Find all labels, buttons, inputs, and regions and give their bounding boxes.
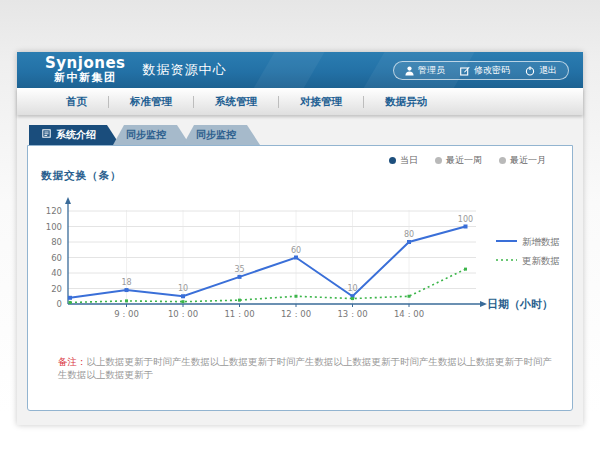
main-area: 系统介绍 同步监控 同步监控 当日 最近一周 [17, 115, 583, 425]
change-password-label: 修改密码 [474, 64, 510, 77]
power-icon [525, 66, 535, 76]
y-tick-label: 0 [57, 299, 62, 309]
data-point [464, 268, 467, 271]
tab-label: 系统介绍 [56, 125, 96, 145]
tab-label: 同步监控 [196, 125, 236, 145]
edit-icon [460, 66, 470, 76]
x-tick-label: 14：00 [394, 309, 424, 319]
footnote: 备注：以上数据更新于时间产生数据以上数据更新于时间产生数据以上数据更新于时间产生… [58, 355, 558, 382]
filter-last-month[interactable]: 最近一月 [499, 154, 546, 167]
logo-chinese: 新中新集团 [45, 72, 126, 84]
filter-label: 最近一周 [446, 154, 482, 167]
change-password-button[interactable]: 修改密码 [460, 64, 510, 77]
y-axis-arrow [65, 197, 71, 204]
data-point [351, 297, 354, 300]
point-label: 10 [178, 284, 188, 293]
legend-label-1: 更新数据 [522, 255, 560, 266]
data-point [182, 300, 185, 303]
data-point [68, 296, 72, 300]
logout-label: 退出 [539, 64, 557, 77]
tab-sync-monitor-1[interactable]: 同步监控 [113, 125, 190, 145]
filter-last-week[interactable]: 最近一周 [435, 154, 482, 167]
header-decoration [240, 52, 336, 88]
data-point [294, 256, 298, 260]
tab-system-intro[interactable]: 系统介绍 [29, 125, 120, 145]
x-tick-label: 9：00 [114, 309, 139, 319]
radio-dot-icon [389, 157, 396, 164]
filter-label: 当日 [400, 154, 418, 167]
nav-item-standard-management[interactable]: 标准管理 [109, 95, 193, 109]
y-tick-label: 80 [51, 237, 62, 247]
data-point [181, 294, 185, 298]
data-point [464, 225, 468, 229]
user-icon [405, 66, 414, 76]
x-tick-label: 10：00 [168, 309, 198, 319]
point-label: 100 [458, 215, 473, 224]
point-label: 35 [234, 265, 244, 274]
y-axis-title: 数据交换（条） [41, 169, 122, 183]
y-tick-label: 20 [51, 284, 62, 294]
nav-item-home[interactable]: 首页 [45, 95, 108, 109]
user-button[interactable]: 管理员 [405, 64, 445, 77]
x-tick-label: 11：00 [224, 309, 254, 319]
data-point [238, 275, 242, 279]
y-tick-label: 120 [46, 206, 62, 216]
filter-today[interactable]: 当日 [389, 154, 418, 167]
main-nav: 首页 标准管理 系统管理 对接管理 数据异动 [17, 88, 583, 115]
data-point [125, 288, 129, 292]
tab-sync-monitor-2[interactable]: 同步监控 [183, 125, 260, 145]
data-point [407, 240, 411, 244]
radio-dot-icon [499, 157, 506, 164]
x-tick-label: 12：00 [281, 309, 311, 319]
radio-dot-icon [435, 157, 442, 164]
x-tick-label: 13：00 [337, 309, 367, 319]
point-label: 80 [404, 230, 414, 239]
line-chart: 0204060801001209：0010：0011：0012：0013：001… [34, 190, 586, 342]
filter-label: 最近一月 [510, 154, 546, 167]
document-icon [42, 125, 51, 145]
data-point [125, 299, 128, 302]
legend-label-0: 新增数据 [522, 236, 560, 247]
nav-item-data-change[interactable]: 数据异动 [364, 95, 448, 109]
logo-english: Synjones [45, 56, 126, 72]
y-tick-label: 40 [51, 268, 62, 278]
user-label: 管理员 [418, 64, 445, 77]
tab-label: 同步监控 [126, 125, 166, 145]
point-label: 60 [291, 246, 301, 255]
point-label: 18 [121, 278, 131, 287]
data-point [238, 299, 241, 302]
footnote-text: 以上数据更新于时间产生数据以上数据更新于时间产生数据以上数据更新于时间产生数据以… [58, 356, 552, 380]
page-content: Synjones 新中新集团 数据资源中心 管理员 修改密码 退出 [17, 52, 583, 425]
page-title: 数据资源中心 [143, 61, 227, 79]
logout-button[interactable]: 退出 [525, 64, 557, 77]
company-logo: Synjones 新中新集团 [45, 56, 126, 83]
data-point [69, 301, 72, 304]
tab-bar: 系统介绍 同步监控 同步监控 [27, 125, 573, 145]
x-axis-title: 日期（小时） [487, 298, 553, 311]
y-tick-label: 60 [51, 253, 62, 263]
y-tick-label: 100 [46, 222, 62, 232]
data-point [408, 295, 411, 298]
chart-panel: 当日 最近一周 最近一月 数据交换（条） 0204060801001209：00… [27, 145, 573, 411]
nav-item-interface-management[interactable]: 对接管理 [279, 95, 363, 109]
footnote-prefix: 备注： [58, 356, 87, 367]
x-axis-arrow [480, 301, 487, 307]
time-range-filters: 当日 最近一周 最近一月 [389, 154, 546, 167]
nav-item-system-management[interactable]: 系统管理 [194, 95, 278, 109]
user-toolbar: 管理员 修改密码 退出 [393, 61, 569, 80]
point-label: 10 [347, 284, 357, 293]
app-header: Synjones 新中新集团 数据资源中心 管理员 修改密码 退出 [17, 52, 583, 88]
data-point [295, 295, 298, 298]
